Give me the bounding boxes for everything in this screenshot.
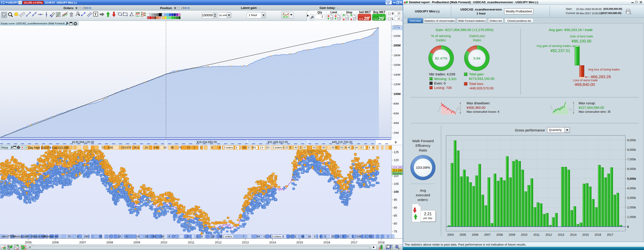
svg-text:10: 10 [211, 235, 214, 238]
svg-text:2: 2 [343, 235, 344, 238]
svg-text:9: 9 [168, 235, 170, 238]
svg-text:57: 57 [304, 146, 306, 149]
svg-text:T: T [94, 12, 97, 16]
svg-text:94: 94 [257, 235, 260, 238]
svg-text:2015: 2015 [582, 233, 589, 236]
svg-text:09: 09 [243, 146, 246, 149]
svg-text:2011: 2011 [188, 241, 194, 244]
svg-text:45: 45 [348, 146, 350, 149]
svg-text:180M: 180M [394, 54, 400, 57]
svg-text:8:40: 8:40 [108, 146, 113, 149]
svg-text:39: 39 [332, 146, 334, 149]
svg-text:Day High 114.078 Low 113.249: Day High 114.078 Low 113.249 [28, 146, 68, 150]
svg-text:7: 7 [108, 235, 110, 238]
svg-text:113.290: 113.290 [392, 169, 402, 172]
svg-text:12: 12 [118, 235, 121, 238]
svg-text:80: 80 [394, 222, 397, 225]
svg-text:2010: 2010 [160, 241, 167, 244]
svg-text:2006: 2006 [472, 233, 478, 236]
svg-text:5: 5 [319, 235, 321, 238]
svg-text:105: 105 [394, 182, 399, 186]
svg-text:¥45,215,700.00: ¥45,215,700.00 [332, 140, 352, 144]
svg-text:03: 03 [313, 146, 316, 149]
svg-text:¥31,845,910.00: ¥31,845,910.00 [268, 140, 288, 144]
svg-text:2016: 2016 [594, 233, 601, 236]
svg-text:95: 95 [394, 198, 397, 202]
svg-text:140M: 140M [394, 73, 400, 76]
svg-text:2017: 2017 [351, 241, 358, 244]
svg-text:8: 8 [372, 146, 374, 149]
svg-text:58: 58 [161, 235, 164, 238]
svg-text:2013: 2013 [242, 241, 249, 244]
svg-text:76: 76 [369, 235, 372, 238]
svg-text:73: 73 [187, 146, 190, 149]
svg-text:2011: 2011 [533, 233, 540, 236]
svg-text:x: x [18, 146, 19, 149]
svg-text:125: 125 [394, 150, 399, 154]
svg-text:114.180: 114.180 [392, 166, 402, 169]
svg-text:2018: 2018 [378, 241, 385, 244]
svg-text:49: 49 [170, 146, 174, 149]
svg-text:50m04s: 50m04s [392, 172, 402, 175]
svg-text:2012: 2012 [546, 233, 552, 236]
svg-text:014.078: 014.078 [122, 146, 131, 149]
svg-text:2 orders: 2 orders [223, 235, 232, 238]
svg-text:200M: 200M [394, 44, 400, 47]
svg-text:2007: 2007 [484, 233, 491, 236]
svg-text:2004: 2004 [447, 233, 454, 236]
svg-text:249: 249 [154, 146, 158, 149]
svg-text:5,000k: 5,000k [627, 177, 636, 180]
svg-text:2005: 2005 [25, 241, 32, 244]
svg-text:2014: 2014 [570, 233, 576, 236]
svg-text:2: 2 [290, 235, 291, 238]
svg-text:5: 5 [347, 235, 349, 238]
svg-text:5: 5 [314, 235, 315, 238]
svg-text:7: 7 [174, 235, 175, 238]
svg-text:9: 9 [236, 146, 237, 149]
svg-text:70: 70 [68, 235, 71, 238]
svg-text:2: 2 [196, 235, 198, 238]
svg-text:i: i [365, 235, 366, 238]
svg-text:20M: 20M [394, 132, 399, 134]
svg-text:2005: 2005 [460, 233, 466, 236]
svg-text:2009: 2009 [508, 233, 515, 236]
svg-text:Price: Price [2, 146, 8, 150]
svg-text:2013: 2013 [558, 233, 564, 236]
svg-text:60M: 60M [394, 112, 399, 115]
svg-text:83: 83 [266, 146, 269, 149]
svg-text:2017: 2017 [607, 233, 614, 236]
svg-text:6: 6 [126, 235, 128, 238]
svg-text:25: 25 [136, 235, 140, 238]
svg-text:9: 9 [201, 235, 202, 238]
svg-text:198: 198 [357, 235, 361, 238]
svg-text:73: 73 [102, 146, 104, 149]
svg-text:4,000k: 4,000k [627, 187, 636, 190]
svg-text:120: 120 [394, 158, 399, 162]
svg-text:5: 5 [338, 235, 340, 238]
svg-text:55: 55 [153, 235, 156, 238]
svg-text:3: 3 [187, 235, 188, 238]
svg-text:¥19,034,850.00: ¥19,034,850.00 [196, 140, 217, 144]
svg-text:1:4: 1:4 [260, 146, 263, 149]
svg-text:2: 2 [194, 146, 195, 149]
svg-text:95: 95 [220, 235, 222, 238]
svg-text:6: 6 [220, 146, 221, 149]
svg-text:57: 57 [248, 146, 251, 149]
svg-text:4: 4 [345, 146, 347, 149]
svg-text:0: 0 [627, 225, 629, 228]
svg-text:3 orders: 3 orders [272, 235, 282, 238]
svg-text:1: 1 [200, 146, 201, 149]
svg-text:2008: 2008 [106, 241, 113, 244]
svg-text:08: 08 [322, 146, 325, 149]
svg-text:5: 5 [283, 146, 284, 149]
svg-text:70: 70 [99, 235, 102, 238]
svg-text:¥130,908,120.00: ¥130,908,120.00 [72, 140, 94, 144]
svg-text:237M: 237M [393, 26, 400, 30]
svg-text:26: 26 [145, 146, 148, 149]
svg-text:16: 16 [308, 235, 311, 238]
svg-text:2008: 2008 [496, 233, 503, 236]
svg-text:40: 40 [55, 235, 58, 238]
svg-text:22: 22 [285, 146, 288, 149]
svg-text:9: 9 [290, 146, 291, 149]
svg-text:2010: 2010 [521, 233, 528, 236]
